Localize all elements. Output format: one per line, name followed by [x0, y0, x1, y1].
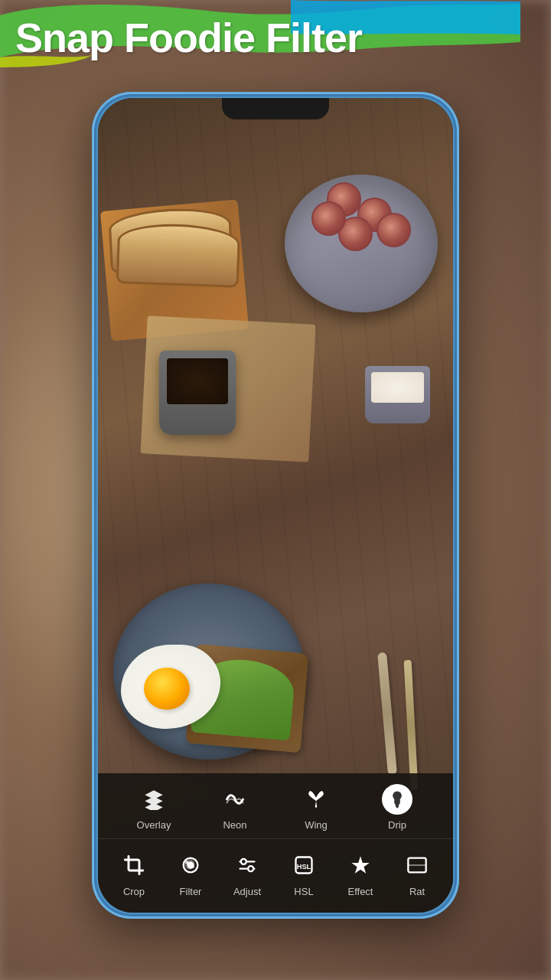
effect-item-wing[interactable]: Wing — [276, 784, 357, 831]
adjust-label: Adjust — [233, 886, 261, 897]
drip-label: Drip — [388, 819, 406, 831]
phone-frame: Overlay Neon — [92, 92, 459, 919]
tool-item-filter[interactable]: Filter — [162, 848, 219, 897]
adjust-icon — [230, 848, 264, 882]
crop-label: Crop — [123, 886, 145, 897]
phone-screen: Overlay Neon — [98, 98, 453, 913]
tool-item-ratio[interactable]: Rat — [389, 848, 445, 897]
effect-item-overlay[interactable]: Overlay — [113, 784, 194, 831]
tool-item-hsl[interactable]: HSL HSL — [276, 848, 332, 897]
egg-yolk — [144, 668, 190, 710]
effect-icon — [344, 848, 377, 882]
hsl-label: HSL — [294, 886, 313, 897]
wing-svg — [305, 789, 327, 810]
filter-svg — [180, 854, 201, 876]
coffee-liquid — [167, 358, 228, 404]
filter-icon — [174, 848, 207, 882]
phone-notch — [222, 98, 329, 119]
fig-5 — [311, 201, 346, 236]
ratio-icon — [400, 848, 434, 882]
tools-row: Crop Filter — [98, 839, 453, 913]
effects-row: Overlay Neon — [98, 773, 453, 839]
app-title: Snap Foodie Filter — [15, 7, 362, 60]
ratio-svg — [406, 854, 428, 876]
coffee-cup — [159, 351, 236, 435]
milk-liquid — [371, 372, 424, 403]
overlay-icon — [139, 784, 169, 815]
effect-item-neon[interactable]: Neon — [194, 784, 276, 831]
ratio-label: Rat — [409, 886, 425, 897]
overlay-label: Overlay — [137, 819, 171, 831]
tool-item-crop[interactable]: Crop — [106, 848, 162, 897]
app-title-area: Snap Foodie Filter — [0, 0, 551, 69]
tool-item-adjust[interactable]: Adjust — [219, 848, 276, 897]
bread-slice-2 — [116, 222, 241, 288]
effect-item-drip[interactable]: Drip — [357, 784, 438, 831]
svg-point-4 — [192, 866, 195, 869]
effect-label: Effect — [347, 886, 373, 897]
tool-item-effect[interactable]: Effect — [332, 848, 389, 897]
svg-text:HSL: HSL — [297, 863, 311, 871]
layers-svg — [143, 789, 165, 810]
svg-point-0 — [393, 792, 402, 801]
drip-icon — [382, 784, 412, 815]
svg-point-3 — [185, 861, 189, 864]
toolbar-overlay: Overlay Neon — [98, 773, 453, 913]
adjust-svg — [236, 854, 258, 876]
filter-label: Filter — [180, 886, 202, 897]
drip-svg — [386, 789, 408, 810]
hsl-icon: HSL — [287, 848, 321, 882]
neon-icon — [220, 784, 250, 815]
milk-cup — [365, 366, 430, 423]
neon-label: Neon — [223, 819, 246, 831]
crop-svg — [123, 854, 145, 876]
neon-svg — [224, 789, 246, 810]
crop-icon — [117, 848, 151, 882]
fig-3 — [377, 213, 411, 247]
svg-point-8 — [248, 866, 253, 871]
svg-point-6 — [241, 859, 246, 864]
wing-icon — [301, 784, 331, 815]
effect-svg — [350, 854, 371, 876]
hsl-svg: HSL — [293, 854, 315, 876]
wing-label: Wing — [305, 819, 328, 831]
